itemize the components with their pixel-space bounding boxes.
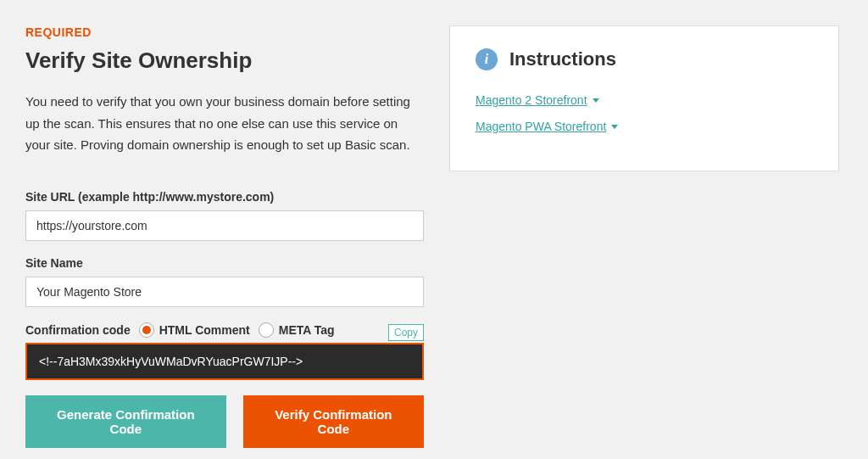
instructions-link-pwa-label: Magento PWA Storefront xyxy=(476,120,606,133)
instructions-title: Instructions xyxy=(509,48,616,70)
instructions-panel: i Instructions Magento 2 Storefront Mage… xyxy=(449,25,839,171)
radio-icon-selected xyxy=(139,322,154,338)
generate-code-button[interactable]: Generate Confirmation Code xyxy=(25,395,226,448)
confirmation-code-label: Confirmation code xyxy=(25,323,131,337)
radio-html-comment-label: HTML Comment xyxy=(159,323,250,337)
radio-meta-tag[interactable]: META Tag xyxy=(259,322,335,338)
site-name-input[interactable] xyxy=(25,277,424,307)
site-name-label: Site Name xyxy=(25,256,424,270)
instructions-link-magento2-label: Magento 2 Storefront xyxy=(476,93,587,107)
radio-icon-unselected xyxy=(259,322,274,338)
site-url-label: Site URL (example http://www.mystore.com… xyxy=(25,190,424,204)
chevron-down-icon xyxy=(593,98,599,103)
radio-html-comment[interactable]: HTML Comment xyxy=(139,322,250,338)
site-url-input[interactable] xyxy=(25,210,424,241)
confirmation-code-value: <!--7aH3Mx39xkHyVuWMaDvRYuacPrGW7IJP--> xyxy=(25,343,424,380)
info-icon: i xyxy=(476,48,498,70)
required-badge: REQUIRED xyxy=(25,25,424,39)
instructions-link-magento2[interactable]: Magento 2 Storefront xyxy=(476,93,599,107)
copy-button[interactable]: Copy xyxy=(388,324,424,341)
page-description: You need to verify that you own your bus… xyxy=(25,91,424,156)
instructions-link-pwa[interactable]: Magento PWA Storefront xyxy=(476,120,618,133)
verify-code-button[interactable]: Verify Confirmation Code xyxy=(243,395,424,448)
page-title: Verify Site Ownership xyxy=(25,48,424,74)
chevron-down-icon xyxy=(611,125,618,129)
radio-meta-tag-label: META Tag xyxy=(279,323,335,337)
